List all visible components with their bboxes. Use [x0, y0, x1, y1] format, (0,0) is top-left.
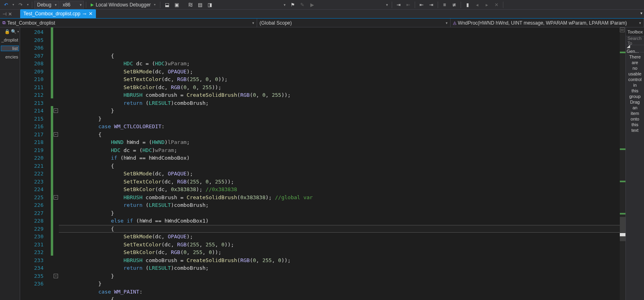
member-dropdown[interactable]: ◬ WndProc(HWND hWnd, UINT message, WPARA… [451, 19, 644, 27]
code-editor[interactable]: 2042052062072082092102112122132142152162… [20, 27, 625, 300]
code-line[interactable]: { [59, 296, 620, 300]
platform-dropdown[interactable]: x86 [60, 1, 84, 9]
line-number: 221 [20, 162, 51, 170]
file-tab-active[interactable]: Test_Combox_droplist.cpp ⊸ ✕ [20, 9, 96, 18]
code-line[interactable]: SetTextColor(dc, RGB(255, 0, 0)); [59, 75, 620, 83]
pin-icon[interactable]: ⊣ [2, 11, 6, 17]
code-line[interactable]: HWND hWnd = (HWND)lParam; [59, 138, 620, 146]
code-line[interactable]: HDC dc = (HDC)wParam; [59, 60, 620, 68]
solution-explorer-collapsed: 🔒 🔍 ▾ _droplist list encies [0, 27, 20, 300]
code-line[interactable]: { [59, 52, 620, 60]
code-line[interactable]: HDC dc = (HDC)wParam; [59, 146, 620, 154]
code-line[interactable]: return (LRESULT)comboBrush; [59, 201, 620, 209]
code-line[interactable]: } [59, 272, 620, 280]
step-icon-1[interactable]: ⇥ [394, 1, 403, 9]
uncomment-icon[interactable]: ≢ [450, 1, 459, 9]
code-line[interactable]: } [59, 107, 620, 115]
bookmark-next-icon[interactable]: ▸ [482, 1, 491, 9]
code-line[interactable]: SetTextColor(dc, RGB(255, 0, 255)); [59, 178, 620, 186]
toolbox-header[interactable]: Toolbox [626, 27, 644, 36]
tool-icon-2[interactable]: ▣ [172, 1, 181, 9]
line-number: 214 [20, 107, 51, 115]
code-line[interactable]: SetBkColor(dc, RGB(0, 0, 255)); [59, 83, 620, 92]
separator [32, 2, 32, 8]
config-dropdown[interactable]: Debug [34, 1, 59, 9]
close-icon[interactable]: ✕ [8, 11, 12, 17]
fold-toggle-icon[interactable]: − [54, 274, 58, 278]
code-line[interactable]: SetBkColor(dc, RGB(0, 255, 0)); [59, 248, 620, 256]
code-line[interactable]: HBRUSH comboBrush = CreateSolidBrush(RGB… [59, 91, 620, 99]
redo-icon[interactable]: ↷ [16, 1, 25, 9]
tab-overflow-icon[interactable]: ▾ [640, 11, 642, 15]
bookmark-prev-icon[interactable]: ◂ [473, 1, 482, 9]
tool-icon-1[interactable]: ⬓ [162, 1, 171, 9]
separator [415, 2, 415, 8]
code-line[interactable]: SetBkMode(dc, OPAQUE); [59, 68, 620, 76]
code-line[interactable]: if (hWnd == hWndComboBox) [59, 154, 620, 162]
tool-icon-5[interactable]: ◨ [205, 1, 214, 9]
split-icon[interactable]: ▭ [620, 27, 625, 32]
code-line[interactable]: SetBkMode(dc, OPAQUE); [59, 170, 620, 178]
comment-icon[interactable]: ≡ [440, 1, 449, 9]
code-content[interactable]: { HDC dc = (HDC)wParam; SetBkMode(dc, OP… [59, 27, 620, 300]
code-line[interactable]: { [59, 131, 620, 139]
start-debug-button[interactable]: ▶ Local Windows Debugger ▾ [88, 1, 158, 9]
line-number: 231 [20, 241, 51, 249]
scope-dropdown[interactable]: (Global Scope) [257, 19, 451, 27]
code-line[interactable]: } [59, 115, 620, 123]
thread-dropdown[interactable] [317, 1, 390, 9]
code-line[interactable]: HBRUSH comboBrush = CreateSolidBrush(RGB… [59, 256, 620, 265]
wand-icon[interactable]: ✎ [298, 1, 307, 9]
code-line[interactable]: { [59, 162, 620, 170]
line-number: 210 [20, 75, 51, 83]
bookmark-clear-icon[interactable]: ✕ [492, 1, 501, 9]
code-line[interactable]: } [59, 209, 620, 217]
fold-toggle-icon[interactable]: − [54, 195, 58, 200]
undo-dropdown-icon[interactable]: ▾ [11, 1, 15, 9]
minimap-mark [620, 181, 625, 182]
code-line[interactable]: return (LRESULT)comboBrush; [59, 264, 620, 272]
list-item[interactable]: _droplist [1, 38, 19, 42]
toolbox-section[interactable]: ◢ Gen... [626, 45, 644, 52]
pin-icon[interactable]: ⊸ [83, 11, 86, 17]
code-line[interactable]: SetBkColor(dc, 0x383838); //0x383838 [59, 185, 620, 194]
code-line[interactable]: } [59, 280, 620, 288]
continue-icon[interactable]: ▶ [307, 1, 316, 9]
scrollbar-thumb[interactable] [620, 217, 625, 241]
code-line[interactable]: HBRUSH comboBrush = CreateSolidBrush(0x3… [59, 194, 620, 202]
tool-icon-3[interactable]: ₪ [186, 1, 195, 9]
project-dropdown[interactable]: ⧉ Test_Combox_droplist [0, 19, 257, 27]
flag-icon[interactable]: ⚑ [288, 1, 297, 9]
redo-dropdown-icon[interactable]: ▾ [26, 1, 30, 9]
navigation-bar: ⧉ Test_Combox_droplist (Global Scope) ◬ … [0, 19, 644, 27]
list-item[interactable]: list [1, 46, 19, 51]
line-number: 232 [20, 248, 51, 256]
process-dropdown[interactable] [215, 1, 287, 9]
code-line[interactable]: case WM_CTLCOLOREDIT: [59, 123, 620, 131]
line-number: 224 [20, 185, 51, 194]
code-line[interactable]: case WM_PAINT: [59, 288, 620, 296]
code-line[interactable]: SetTextColor(dc, RGB(255, 255, 0)); [59, 241, 620, 249]
list-item[interactable]: encies [1, 54, 19, 59]
fold-toggle-icon[interactable]: − [54, 108, 58, 113]
fold-toggle-icon[interactable]: − [54, 132, 58, 137]
indent-dec-icon[interactable]: ⇤ [417, 1, 426, 9]
close-icon[interactable]: ✕ [89, 11, 93, 17]
code-line[interactable]: { [59, 225, 620, 233]
step-icon-2[interactable]: ⇤ [404, 1, 413, 9]
separator [461, 2, 461, 8]
code-line[interactable]: return (LRESULT)comboBrush; [59, 99, 620, 107]
scrollbar-minimap[interactable]: ▭ [620, 27, 625, 300]
line-number-gutter: 2042052062072082092102112122132142152162… [20, 27, 51, 300]
line-number: 227 [20, 209, 51, 217]
bookmark-icon[interactable]: ▮ [463, 1, 472, 9]
indent-inc-icon[interactable]: ⇥ [427, 1, 436, 9]
code-line[interactable]: SetBkMode(dc, OPAQUE); [59, 233, 620, 241]
tool-icon-4[interactable]: ▤ [195, 1, 204, 9]
code-line[interactable]: else if (hWnd == hWndComboBox1) [59, 217, 620, 225]
solution-search[interactable]: 🔒 🔍 ▾ [1, 29, 19, 34]
lock-icon: 🔒 [4, 29, 10, 34]
line-number: 217 [20, 131, 51, 139]
undo-icon[interactable]: ↶ [2, 1, 10, 9]
play-icon: ▶ [91, 2, 94, 7]
